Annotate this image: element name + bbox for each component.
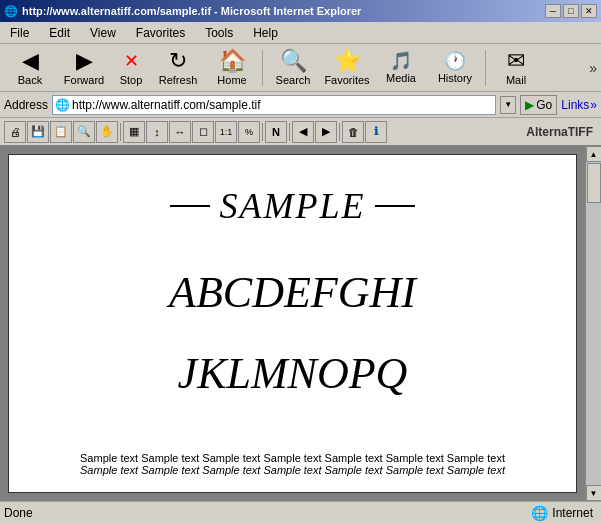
menu-view[interactable]: View <box>84 24 122 42</box>
mail-label: Mail <box>506 74 526 86</box>
toolbar: ◀ Back ▶ Forward ✕ Stop ↻ Refresh 🏠 Home… <box>0 44 601 92</box>
address-input-wrap: 🌐 <box>52 95 496 115</box>
atiff-fith-button[interactable]: ↔ <box>169 121 191 143</box>
refresh-button[interactable]: ↻ Refresh <box>152 46 204 90</box>
title-text: SAMPLE <box>220 185 366 227</box>
page-icon: 🌐 <box>55 98 70 112</box>
atiff-fitv-button[interactable]: ↕ <box>146 121 168 143</box>
search-label: Search <box>276 74 311 86</box>
back-label: Back <box>18 74 42 86</box>
links-button[interactable]: Links » <box>561 98 597 112</box>
media-label: Media <box>386 72 416 84</box>
document-area: SAMPLE ABCDEFGHI JKLMNOPQ Sample text Sa… <box>0 146 585 501</box>
app-window: 🌐 http://www.alternatiff.com/sample.tif … <box>0 0 601 523</box>
go-button[interactable]: ▶ Go <box>520 95 557 115</box>
menu-file[interactable]: File <box>4 24 35 42</box>
atiff-copy-button[interactable]: 📋 <box>50 121 72 143</box>
title-line-right <box>375 205 415 207</box>
toolbar-expand-icon: » <box>589 60 597 76</box>
scrollbar-right: ▲ ▼ <box>585 146 601 501</box>
atiff-custom-button[interactable]: % <box>238 121 260 143</box>
menu-tools[interactable]: Tools <box>199 24 239 42</box>
maximize-button[interactable]: □ <box>563 4 579 18</box>
mail-button[interactable]: ✉ Mail <box>490 46 542 90</box>
atiff-zoom-button[interactable]: 🔍 <box>73 121 95 143</box>
menu-bar: File Edit View Favorites Tools Help <box>0 22 601 44</box>
refresh-label: Refresh <box>159 74 198 86</box>
title-bar: 🌐 http://www.alternatiff.com/sample.tif … <box>0 0 601 22</box>
toolbar-sep-1 <box>262 50 263 86</box>
atiff-next-button[interactable]: ▶ <box>315 121 337 143</box>
menu-help[interactable]: Help <box>247 24 284 42</box>
zone-label: Internet <box>552 506 593 520</box>
history-button[interactable]: 🕐 History <box>429 46 481 90</box>
home-label: Home <box>217 74 246 86</box>
status-zone: 🌐 Internet <box>531 505 597 521</box>
media-icon: 🎵 <box>390 52 412 70</box>
ie-icon: 🌐 <box>4 5 18 18</box>
stop-button[interactable]: ✕ Stop <box>112 46 150 90</box>
refresh-icon: ↻ <box>169 50 187 72</box>
atiff-info-button[interactable]: ℹ <box>365 121 387 143</box>
atiff-save-button[interactable]: 💾 <box>27 121 49 143</box>
sample-text-line2: Sample text Sample text Sample text Samp… <box>59 464 526 476</box>
window-title: http://www.alternatiff.com/sample.tif - … <box>22 5 361 17</box>
mail-icon: ✉ <box>507 50 525 72</box>
close-button[interactable]: ✕ <box>581 4 597 18</box>
menu-edit[interactable]: Edit <box>43 24 76 42</box>
text-abcdefghi: ABCDEFGHI <box>169 267 416 318</box>
atiff-grid-button[interactable]: ▦ <box>123 121 145 143</box>
status-bar: Done 🌐 Internet <box>0 501 601 523</box>
history-label: History <box>438 72 472 84</box>
title-bar-buttons: ─ □ ✕ <box>545 4 597 18</box>
atiff-sep-1 <box>120 123 121 141</box>
stop-label: Stop <box>120 74 143 86</box>
back-button[interactable]: ◀ Back <box>4 46 56 90</box>
scroll-up-button[interactable]: ▲ <box>586 146 602 162</box>
minimize-button[interactable]: ─ <box>545 4 561 18</box>
document-page: SAMPLE ABCDEFGHI JKLMNOPQ Sample text Sa… <box>8 154 577 493</box>
scroll-down-button[interactable]: ▼ <box>586 485 602 501</box>
address-input[interactable] <box>72 98 493 112</box>
go-arrow-icon: ▶ <box>525 98 534 112</box>
links-label: Links <box>561 98 589 112</box>
forward-icon: ▶ <box>76 50 93 72</box>
favorites-button[interactable]: ⭐ Favorites <box>321 46 373 90</box>
forward-button[interactable]: ▶ Forward <box>58 46 110 90</box>
search-icon: 🔍 <box>280 50 307 72</box>
title-bar-left: 🌐 http://www.alternatiff.com/sample.tif … <box>4 5 361 18</box>
scroll-thumb[interactable] <box>587 163 601 203</box>
address-bar: Address 🌐 ▼ ▶ Go Links » <box>0 92 601 118</box>
search-button[interactable]: 🔍 Search <box>267 46 319 90</box>
forward-label: Forward <box>64 74 104 86</box>
atiff-prev-button[interactable]: ◀ <box>292 121 314 143</box>
home-button[interactable]: 🏠 Home <box>206 46 258 90</box>
atiff-pan-button[interactable]: ✋ <box>96 121 118 143</box>
menu-favorites[interactable]: Favorites <box>130 24 191 42</box>
status-text: Done <box>4 506 527 520</box>
text-jklmnopq: JKLMNOPQ <box>178 348 408 399</box>
address-label: Address <box>4 98 48 112</box>
links-chevron-icon: » <box>590 98 597 112</box>
stop-icon: ✕ <box>124 50 139 72</box>
atiff-sep-4 <box>339 123 340 141</box>
favorites-label: Favorites <box>324 74 369 86</box>
atiff-orig-button[interactable]: 1:1 <box>215 121 237 143</box>
media-button[interactable]: 🎵 Media <box>375 46 427 90</box>
internet-icon: 🌐 <box>531 505 548 521</box>
document-sample-text: Sample text Sample text Sample text Samp… <box>59 452 526 476</box>
toolbar-sep-2 <box>485 50 486 86</box>
atiff-sep-3 <box>289 123 290 141</box>
atiff-print-button[interactable]: 🖨 <box>4 121 26 143</box>
atiff-sep-2 <box>262 123 263 141</box>
sample-text-line1: Sample text Sample text Sample text Samp… <box>59 452 526 464</box>
content-area: SAMPLE ABCDEFGHI JKLMNOPQ Sample text Sa… <box>0 146 601 501</box>
title-line-left <box>170 205 210 207</box>
atiff-delete-button[interactable]: 🗑 <box>342 121 364 143</box>
atiff-invert-button[interactable]: N <box>265 121 287 143</box>
atiff-toolbar: 🖨 💾 📋 🔍 ✋ ▦ ↕ ↔ ◻ 1:1 % N ◀ ▶ 🗑 ℹ Altern… <box>0 118 601 146</box>
address-dropdown[interactable]: ▼ <box>500 96 516 114</box>
scroll-track[interactable] <box>586 162 602 485</box>
atiff-fullpage-button[interactable]: ◻ <box>192 121 214 143</box>
home-icon: 🏠 <box>219 50 246 72</box>
